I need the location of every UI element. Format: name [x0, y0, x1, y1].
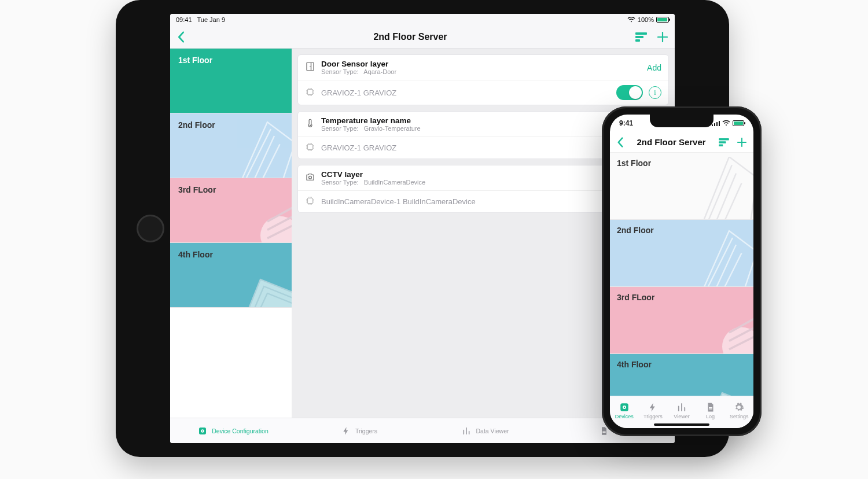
camera-icon [305, 172, 315, 185]
building-decoration-icon [226, 245, 292, 308]
iphone-screen: 9:41 2nd Floor Server [610, 115, 753, 428]
building-decoration-icon [687, 291, 753, 354]
device-row[interactable]: GRAVIOZ-1 GRAVIOZ i [298, 80, 668, 105]
ipad-status-bar: 09:41 Tue Jan 9 100% [170, 14, 675, 25]
tab-devices[interactable]: Devices [610, 396, 639, 425]
area-item[interactable]: 2nd Floor [170, 113, 292, 178]
svg-rect-16 [719, 141, 726, 143]
svg-rect-5 [311, 62, 314, 71]
ipad-tab-bar: Device Configuration Triggers Data Viewe… [170, 418, 675, 443]
building-decoration-icon [687, 224, 753, 287]
area-label: 4th Floor [178, 250, 213, 259]
ipad-home-button[interactable] [137, 215, 164, 242]
tab-triggers[interactable]: Triggers [296, 418, 422, 443]
sensor-type-label: Sensor Type: [321, 179, 359, 186]
svg-rect-7 [308, 89, 313, 94]
building-decoration-icon [687, 358, 753, 396]
svg-point-21 [624, 406, 625, 407]
tab-settings[interactable]: Settings [724, 396, 753, 425]
area-item[interactable]: 4th Floor [170, 243, 292, 308]
sensor-type-label: Sensor Type: [321, 125, 359, 132]
tab-label: Log [706, 414, 715, 419]
area-item[interactable]: 1st Floor [610, 153, 753, 220]
svg-rect-0 [635, 32, 647, 35]
door-sensor-icon [305, 61, 315, 74]
area-label: 2nd Floor [178, 120, 215, 130]
area-item[interactable]: 3rd FLoor [610, 287, 753, 354]
iphone-notch [650, 115, 713, 127]
tab-data-viewer[interactable]: Data Viewer [422, 418, 549, 443]
cog-icon [734, 402, 744, 412]
svg-rect-15 [719, 138, 729, 141]
chart-bars-icon [462, 426, 471, 436]
area-label: 2nd Floor [617, 226, 654, 235]
tab-device-configuration[interactable]: Device Configuration [170, 418, 296, 443]
gear-badge-icon [198, 426, 207, 436]
layer-header[interactable]: Door Sensor layer Sensor Type: Aqara-Doo… [298, 55, 668, 80]
wifi-icon [722, 120, 730, 126]
home-indicator[interactable] [654, 423, 709, 426]
bolt-icon [648, 402, 658, 412]
gear-badge-icon [619, 402, 630, 412]
add-device-link[interactable]: Add [647, 63, 661, 72]
area-label: 4th Floor [617, 360, 652, 369]
areas-sidebar: 1st Floor 2nd Floor 3rd FLoor 4th Floor [170, 49, 292, 418]
area-label: 3rd FLoor [178, 185, 216, 194]
tab-triggers[interactable]: Triggers [639, 396, 668, 425]
list-card-icon[interactable] [719, 138, 729, 147]
back-button[interactable] [617, 137, 624, 148]
chip-icon [305, 142, 315, 154]
status-clock: 09:41 Tue Jan 9 [176, 16, 225, 23]
chevron-left-icon [617, 137, 624, 148]
building-decoration-icon [226, 180, 292, 243]
layer-group: Door Sensor layer Sensor Type: Aqara-Doo… [297, 54, 669, 105]
battery-percent: 100% [638, 16, 654, 23]
tab-log[interactable]: Log [696, 396, 725, 425]
tab-label: Device Configuration [212, 428, 268, 434]
file-icon [705, 402, 716, 412]
tab-label: Triggers [643, 414, 663, 419]
chart-bars-icon [676, 402, 687, 412]
add-button[interactable] [657, 32, 668, 42]
list-card-icon[interactable] [635, 32, 647, 42]
area-item[interactable]: 4th Floor [610, 354, 753, 396]
device-name: GRAVIOZ-1 GRAVIOZ [321, 89, 610, 97]
wifi-icon [627, 17, 635, 23]
device-toggle[interactable] [616, 85, 643, 100]
add-button[interactable] [737, 138, 746, 147]
ipad-nav-bar: 2nd Floor Server [170, 25, 675, 49]
svg-point-6 [310, 66, 311, 67]
chevron-left-icon [177, 31, 185, 43]
svg-rect-17 [719, 144, 723, 146]
back-button[interactable] [177, 31, 185, 43]
svg-rect-9 [308, 145, 313, 150]
chip-icon [305, 87, 315, 99]
area-item[interactable]: 1st Floor [170, 49, 292, 113]
status-time: 9:41 [619, 119, 633, 127]
sensor-type-value: Gravio-Temperature [364, 125, 421, 132]
area-item[interactable]: 3rd FLoor [170, 178, 292, 243]
tab-viewer[interactable]: Viewer [667, 396, 696, 425]
tab-label: Settings [730, 414, 749, 419]
svg-point-14 [202, 430, 203, 431]
area-item[interactable]: 2nd Floor [610, 220, 753, 287]
status-time: 09:41 [176, 16, 192, 23]
svg-rect-11 [308, 198, 313, 204]
battery-icon [656, 17, 669, 23]
sensor-type-value: BuildInCameraDevice [364, 179, 425, 186]
page-title: 2nd Floor Server [637, 137, 705, 147]
battery-icon [733, 120, 744, 126]
chip-icon [305, 196, 315, 208]
plus-icon [657, 32, 668, 42]
layer-name: Door Sensor layer [321, 60, 641, 68]
svg-point-8 [310, 124, 311, 126]
tab-label: Viewer [674, 414, 689, 419]
tab-label: Triggers [355, 428, 377, 434]
thermometer-icon [305, 118, 315, 131]
svg-rect-2 [635, 39, 640, 42]
sensor-type-label: Sensor Type: [321, 68, 359, 75]
page-title: 2nd Floor Server [373, 32, 447, 42]
areas-list[interactable]: 1st Floor 2nd Floor 3rd FLoor 4th Floor [610, 153, 753, 396]
device-info-button[interactable]: i [649, 86, 661, 99]
svg-point-10 [309, 176, 312, 179]
